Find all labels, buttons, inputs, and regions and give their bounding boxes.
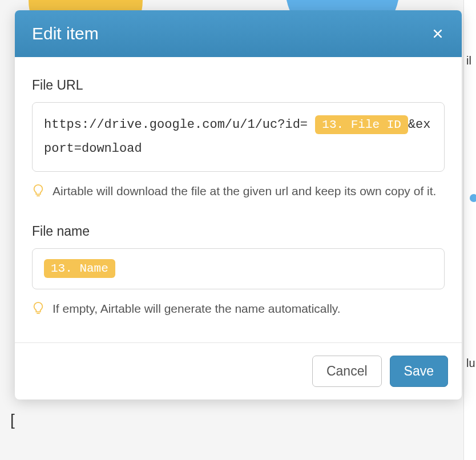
file-name-label: File name <box>32 224 445 239</box>
close-icon[interactable] <box>431 27 445 41</box>
modal-header: Edit item <box>15 10 462 57</box>
modal-body: File URL https://drive.google.com/u/1/uc… <box>15 57 462 342</box>
lightbulb-icon <box>32 301 45 321</box>
edit-item-modal: Edit item File URL https://drive.google.… <box>15 10 462 400</box>
background-decoration: [ <box>10 411 15 429</box>
cancel-button[interactable]: Cancel <box>312 356 382 387</box>
save-button[interactable]: Save <box>390 356 448 387</box>
file-id-token[interactable]: 13. File ID <box>315 115 408 134</box>
background-panel: il lu <box>463 0 476 460</box>
file-name-input[interactable]: 13. Name <box>32 248 445 289</box>
file-url-hint-text: Airtable will download the file at the g… <box>53 182 436 201</box>
modal-title: Edit item <box>32 24 99 43</box>
file-name-hint-text: If empty, Airtable will generate the nam… <box>53 300 341 318</box>
file-name-field-group: File name 13. Name If empty, Airtable wi… <box>32 224 445 321</box>
file-url-hint: Airtable will download the file at the g… <box>32 182 445 204</box>
file-url-input[interactable]: https://drive.google.com/u/1/uc?id= 13. … <box>32 102 445 172</box>
file-name-hint: If empty, Airtable will generate the nam… <box>32 300 445 321</box>
file-url-field-group: File URL https://drive.google.com/u/1/uc… <box>32 78 445 203</box>
lightbulb-icon <box>32 183 45 204</box>
url-prefix-text: https://drive.google.com/u/1/uc?id= <box>44 118 308 132</box>
name-token[interactable]: 13. Name <box>44 259 115 278</box>
file-url-label: File URL <box>32 78 445 93</box>
modal-footer: Cancel Save <box>15 342 462 400</box>
